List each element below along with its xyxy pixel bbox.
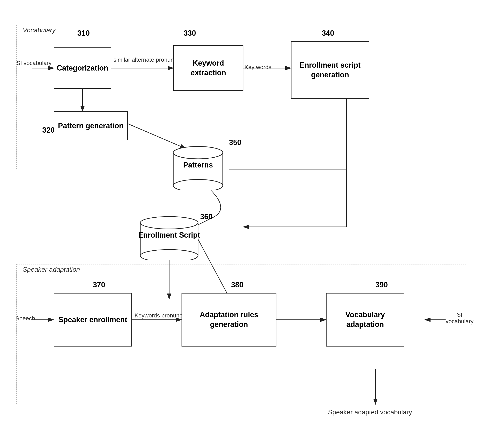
patterns-label: Patterns — [183, 160, 213, 170]
svg-point-20 — [173, 146, 223, 159]
si-vocab-label-1: SI vocabulary — [16, 60, 52, 66]
key-words-label: Key words — [244, 64, 271, 71]
patterns-cylinder: Patterns — [169, 140, 227, 190]
svg-point-23 — [140, 216, 198, 229]
svg-point-22 — [140, 250, 198, 260]
pattern-generation-box: Pattern generation — [54, 111, 128, 140]
svg-point-19 — [173, 179, 223, 190]
vocab-section-label: Vocabulary — [23, 26, 56, 34]
si-vocab-label-2: SI vocabulary — [446, 312, 474, 325]
ref-310: 310 — [77, 29, 90, 38]
ref-390: 390 — [375, 280, 388, 289]
categorization-box: Categorization — [54, 48, 112, 89]
speech-label: Speech — [16, 315, 35, 322]
enrollment-script-gen-box: Enrollment script generation — [291, 41, 369, 99]
ref-370: 370 — [93, 280, 105, 289]
speaker-enrollment-box: Speaker enrollment — [54, 293, 132, 346]
enrollment-script-label: Enrollment Script — [138, 230, 200, 240]
speaker-section-label: Speaker adaptation — [23, 266, 80, 273]
ref-320: 320 — [42, 126, 55, 135]
adaptation-rules-box: Adaptation rules generation — [182, 293, 276, 346]
diagram-container: Vocabulary Speaker adaptation 310 330 34… — [12, 12, 474, 437]
enrollment-script-cylinder: Enrollment Script — [136, 210, 202, 260]
vocabulary-adaptation-box: Vocabulary adaptation — [326, 293, 404, 346]
keyword-extraction-box: Keyword extraction — [173, 45, 243, 91]
ref-350: 350 — [229, 138, 241, 147]
ref-380: 380 — [231, 280, 243, 289]
speaker-adapted-vocab-label: Speaker adapted vocabulary — [328, 408, 412, 416]
ref-340: 340 — [322, 29, 334, 38]
ref-330: 330 — [183, 29, 196, 38]
